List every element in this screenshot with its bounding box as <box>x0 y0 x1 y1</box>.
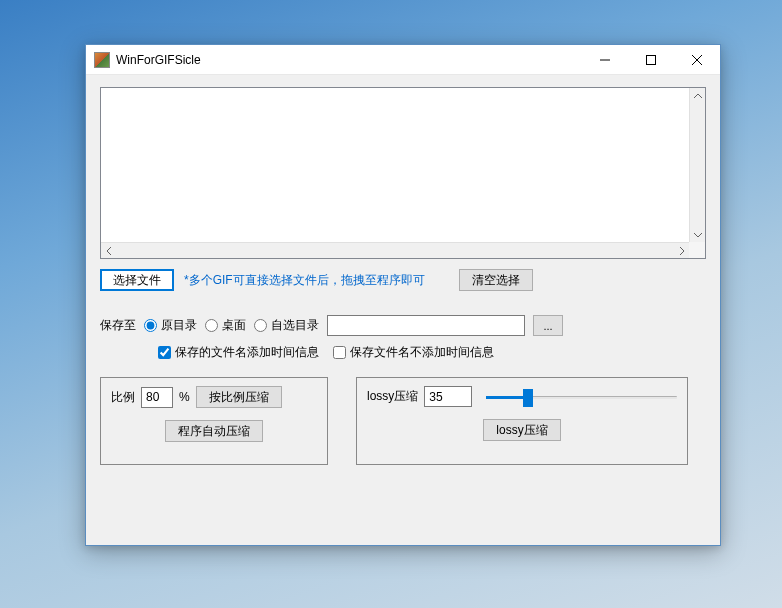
window-title: WinForGIFSicle <box>116 53 582 67</box>
scroll-right-icon[interactable] <box>673 243 689 259</box>
browse-button[interactable]: ... <box>533 315 563 336</box>
radio-desktop-input[interactable] <box>205 319 218 332</box>
slider-fill <box>486 396 528 399</box>
save-to-label: 保存至 <box>100 317 136 334</box>
titlebar[interactable]: WinForGIFSicle <box>86 45 720 75</box>
ratio-compress-button[interactable]: 按比例压缩 <box>196 386 282 408</box>
file-list[interactable] <box>100 87 706 259</box>
percent-label: % <box>179 390 190 404</box>
radio-custom-dir[interactable]: 自选目录 <box>254 317 319 334</box>
radio-desktop-label: 桌面 <box>222 317 246 334</box>
app-window: WinForGIFSicle <box>85 44 721 546</box>
minimize-icon <box>600 55 610 65</box>
checkbox-add-time-input[interactable] <box>158 346 171 359</box>
scroll-corner <box>689 242 705 258</box>
scroll-down-icon[interactable] <box>690 226 706 242</box>
drag-hint: *多个GIF可直接选择文件后，拖拽至程序即可 <box>184 272 425 289</box>
app-icon <box>94 52 110 68</box>
ratio-input[interactable] <box>141 387 173 408</box>
ratio-label: 比例 <box>111 389 135 406</box>
custom-path-input[interactable] <box>327 315 525 336</box>
horizontal-scrollbar[interactable] <box>101 242 689 258</box>
window-controls <box>582 45 720 74</box>
file-actions-row: 选择文件 *多个GIF可直接选择文件后，拖拽至程序即可 清空选择 <box>100 269 706 291</box>
save-to-row: 保存至 原目录 桌面 自选目录 ... <box>100 315 706 336</box>
radio-custom-label: 自选目录 <box>271 317 319 334</box>
radio-desktop[interactable]: 桌面 <box>205 317 246 334</box>
clear-button[interactable]: 清空选择 <box>459 269 533 291</box>
maximize-icon <box>646 55 656 65</box>
checkbox-add-time-label: 保存的文件名添加时间信息 <box>175 344 319 361</box>
checkbox-no-time[interactable]: 保存文件名不添加时间信息 <box>333 344 494 361</box>
lossy-slider[interactable] <box>486 387 677 407</box>
svg-rect-1 <box>647 55 656 64</box>
compress-panels: 比例 % 按比例压缩 程序自动压缩 lossy压缩 <box>100 377 706 465</box>
slider-thumb[interactable] <box>523 389 533 407</box>
window-body: 选择文件 *多个GIF可直接选择文件后，拖拽至程序即可 清空选择 保存至 原目录… <box>86 75 720 479</box>
lossy-input[interactable] <box>424 386 472 407</box>
radio-custom-input[interactable] <box>254 319 267 332</box>
lossy-panel: lossy压缩 lossy压缩 <box>356 377 688 465</box>
filename-options-row: 保存的文件名添加时间信息 保存文件名不添加时间信息 <box>100 344 706 361</box>
radio-original-dir[interactable]: 原目录 <box>144 317 197 334</box>
scroll-up-icon[interactable] <box>690 88 706 104</box>
lossy-compress-button[interactable]: lossy压缩 <box>483 419 560 441</box>
radio-original-label: 原目录 <box>161 317 197 334</box>
minimize-button[interactable] <box>582 45 628 74</box>
close-icon <box>692 55 702 65</box>
close-button[interactable] <box>674 45 720 74</box>
maximize-button[interactable] <box>628 45 674 74</box>
checkbox-no-time-label: 保存文件名不添加时间信息 <box>350 344 494 361</box>
ratio-panel: 比例 % 按比例压缩 程序自动压缩 <box>100 377 328 465</box>
vertical-scrollbar[interactable] <box>689 88 705 242</box>
scroll-left-icon[interactable] <box>101 243 117 259</box>
select-file-button[interactable]: 选择文件 <box>100 269 174 291</box>
lossy-label: lossy压缩 <box>367 388 418 405</box>
checkbox-add-time[interactable]: 保存的文件名添加时间信息 <box>158 344 319 361</box>
auto-compress-button[interactable]: 程序自动压缩 <box>165 420 263 442</box>
checkbox-no-time-input[interactable] <box>333 346 346 359</box>
radio-original-input[interactable] <box>144 319 157 332</box>
